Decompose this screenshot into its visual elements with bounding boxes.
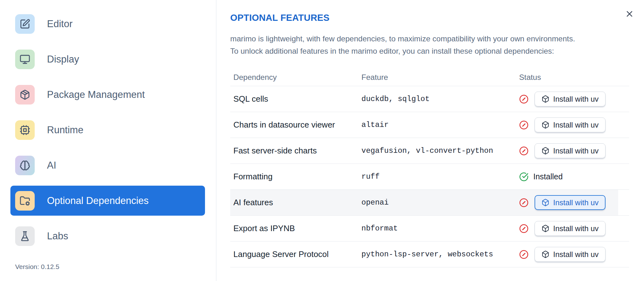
install-button-label: Install with uv xyxy=(553,146,599,155)
table-row: Formatting ruff Installed xyxy=(230,164,629,190)
sidebar-item-package-management[interactable]: Package Management xyxy=(10,80,205,110)
table-row: AI features openai Install with uv xyxy=(230,190,629,216)
status-cell: Installed xyxy=(519,172,629,182)
feature-cell: duckdb, sqlglot xyxy=(361,95,519,103)
circle-x-icon xyxy=(519,250,529,259)
circle-x-icon xyxy=(519,198,529,207)
circle-x-icon xyxy=(519,224,529,233)
feature-cell: vegafusion, vl-convert-python xyxy=(361,146,519,155)
package-icon xyxy=(15,85,35,105)
sidebar-item-label: AI xyxy=(47,160,56,171)
circle-check-icon xyxy=(519,172,529,182)
table-row: Language Server Protocol python-lsp-serv… xyxy=(230,242,629,267)
sidebar-item-label: Display xyxy=(47,54,79,65)
folder-cog-icon xyxy=(15,191,35,211)
feature-cell: openai xyxy=(361,198,519,207)
page-title: OPTIONAL FEATURES xyxy=(230,13,629,23)
settings-sidebar: Editor Display Package Management Runtim… xyxy=(0,0,216,281)
optional-features-panel: OPTIONAL FEATURES marimo is lightweight,… xyxy=(216,0,644,281)
table-row: Fast server-side charts vegafusion, vl-c… xyxy=(230,138,629,164)
description-line: To unlock additional features in the mar… xyxy=(230,45,629,57)
dependency-cell: Language Server Protocol xyxy=(230,249,361,259)
status-cell: Install with uv xyxy=(519,247,629,262)
package-icon xyxy=(542,199,549,206)
sidebar-item-label: Labs xyxy=(47,230,68,242)
table-row: Charts in datasource viewer altair Insta… xyxy=(230,112,629,138)
circle-x-icon xyxy=(519,94,529,104)
circle-x-icon xyxy=(519,120,529,130)
status-cell: Install with uv xyxy=(519,221,629,236)
sidebar-item-label: Optional Dependencies xyxy=(47,195,149,206)
close-icon xyxy=(625,9,634,19)
package-icon xyxy=(542,95,549,103)
sidebar-item-labs[interactable]: Labs xyxy=(10,221,205,251)
optional-features-table: Dependency Feature Status SQL cells duck… xyxy=(230,69,629,267)
install-button-label: Install with uv xyxy=(553,224,599,233)
sidebar-item-label: Package Management xyxy=(47,89,145,100)
dependency-cell: Export as IPYNB xyxy=(230,224,361,233)
dependency-cell: Fast server-side charts xyxy=(230,146,361,156)
edit-icon xyxy=(15,14,35,34)
package-icon xyxy=(542,147,549,155)
install-button-label: Install with uv xyxy=(553,121,599,129)
sidebar-item-label: Runtime xyxy=(47,124,83,136)
table-row: Export as IPYNB nbformat Install with uv xyxy=(230,216,629,242)
install-button-label: Install with uv xyxy=(553,95,599,104)
install-with-uv-button[interactable]: Install with uv xyxy=(535,221,606,236)
description-line: marimo is lightweight, with few dependen… xyxy=(230,33,629,45)
table-header-row: Dependency Feature Status xyxy=(230,69,629,86)
install-with-uv-button[interactable]: Install with uv xyxy=(535,143,606,158)
dependency-cell: Formatting xyxy=(230,172,361,182)
brain-icon xyxy=(15,156,35,175)
col-header-feature: Feature xyxy=(361,73,519,82)
dependency-cell: AI features xyxy=(230,198,361,207)
dependency-cell: SQL cells xyxy=(230,94,361,104)
sidebar-item-optional-dependencies[interactable]: Optional Dependencies xyxy=(10,186,205,216)
feature-cell: nbformat xyxy=(361,224,519,233)
install-with-uv-button[interactable]: Install with uv xyxy=(535,92,606,106)
sidebar-item-editor[interactable]: Editor xyxy=(10,9,205,39)
install-with-uv-button[interactable]: Install with uv xyxy=(535,195,606,210)
col-header-status: Status xyxy=(519,73,629,82)
circle-x-icon xyxy=(519,146,529,156)
feature-cell: python-lsp-server, websockets xyxy=(361,250,519,259)
sidebar-item-runtime[interactable]: Runtime xyxy=(10,115,205,145)
dependency-cell: Charts in datasource viewer xyxy=(230,120,361,130)
install-with-uv-button[interactable]: Install with uv xyxy=(535,247,606,262)
sidebar-item-label: Editor xyxy=(47,18,73,30)
status-cell: Install with uv xyxy=(519,195,629,210)
sidebar-item-ai[interactable]: AI xyxy=(10,150,205,180)
package-icon xyxy=(542,250,549,258)
install-button-label: Install with uv xyxy=(553,198,599,207)
status-cell: Install with uv xyxy=(519,117,629,132)
feature-cell: altair xyxy=(361,121,519,129)
cpu-icon xyxy=(15,120,35,140)
sidebar-item-display[interactable]: Display xyxy=(10,44,205,74)
feature-cell: ruff xyxy=(361,172,519,181)
package-icon xyxy=(542,224,549,232)
package-icon xyxy=(542,121,549,129)
col-header-dependency: Dependency xyxy=(230,73,361,82)
install-with-uv-button[interactable]: Install with uv xyxy=(535,117,606,132)
installed-label: Installed xyxy=(533,172,563,181)
version-label: Version: 0.12.5 xyxy=(15,263,59,271)
status-cell: Install with uv xyxy=(519,143,629,158)
install-button-label: Install with uv xyxy=(553,250,599,259)
flask-icon xyxy=(15,226,35,246)
monitor-icon xyxy=(15,50,35,69)
table-row: SQL cells duckdb, sqlglot Install with u… xyxy=(230,86,629,112)
panel-description: marimo is lightweight, with few dependen… xyxy=(230,33,629,57)
status-cell: Install with uv xyxy=(519,92,629,106)
close-button[interactable] xyxy=(624,8,635,20)
